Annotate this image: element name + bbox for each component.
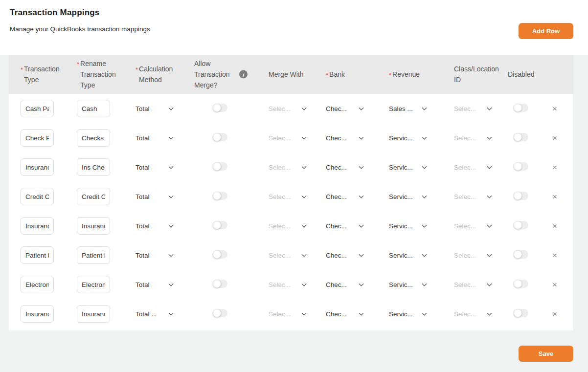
disabled-toggle[interactable] xyxy=(514,162,528,171)
class-location-select[interactable]: Selec... xyxy=(454,164,492,171)
merge-with-select[interactable]: Selec... xyxy=(269,193,307,200)
merge-with-select[interactable]: Selec... xyxy=(269,310,307,318)
remove-row-icon[interactable]: × xyxy=(552,281,557,289)
class-location-select[interactable]: Selec... xyxy=(454,222,492,230)
disabled-toggle[interactable] xyxy=(514,309,528,317)
allow-merge-toggle[interactable] xyxy=(213,309,227,317)
rename-transaction-type-input[interactable] xyxy=(77,100,110,117)
remove-row-icon[interactable]: × xyxy=(552,310,557,318)
revenue-select[interactable]: Servic... xyxy=(389,310,427,318)
revenue-select[interactable]: Servic... xyxy=(389,222,427,230)
class-location-select[interactable]: Selec... xyxy=(454,252,492,259)
disabled-cell xyxy=(508,162,548,173)
allow-merge-toggle[interactable] xyxy=(213,192,227,200)
bank-select[interactable]: Chec... xyxy=(326,134,364,142)
rename-transaction-type-input[interactable] xyxy=(77,276,110,293)
bank-select[interactable]: Chec... xyxy=(326,105,364,112)
class-location-select[interactable]: Selec... xyxy=(454,105,492,112)
remove-row-icon[interactable]: × xyxy=(552,222,557,230)
disabled-toggle[interactable] xyxy=(514,250,528,259)
disabled-toggle[interactable] xyxy=(514,104,528,112)
remove-row-icon[interactable]: × xyxy=(552,105,557,113)
transaction-type-input[interactable] xyxy=(21,246,54,264)
allow-merge-toggle[interactable] xyxy=(213,250,227,259)
class-location-select[interactable]: Selec... xyxy=(454,193,492,200)
disabled-toggle[interactable] xyxy=(514,221,528,229)
bank-select[interactable]: Chec... xyxy=(326,164,364,171)
calculation-method-select[interactable]: Total xyxy=(136,193,174,200)
revenue-cell: Servic... xyxy=(389,133,454,142)
rename-transaction-type-input[interactable] xyxy=(77,246,110,264)
transaction-type-input[interactable] xyxy=(21,276,54,293)
transaction-type-input[interactable] xyxy=(21,158,54,176)
class-location-select[interactable]: Selec... xyxy=(454,281,492,288)
calculation-method-select[interactable]: Total xyxy=(136,281,174,288)
rename-transaction-type-input[interactable] xyxy=(77,217,110,235)
rename-transaction-type-input[interactable] xyxy=(77,188,110,205)
class-location-select[interactable]: Selec... xyxy=(454,310,492,318)
toggle-knob xyxy=(514,280,522,288)
merge-with-select[interactable]: Selec... xyxy=(269,222,307,230)
rename-transaction-type-input[interactable] xyxy=(77,129,110,147)
transaction-type-cell xyxy=(21,276,77,293)
allow-merge-toggle[interactable] xyxy=(213,221,227,229)
merge-with-cell: Selec... xyxy=(269,221,326,230)
class-location-cell: Selec... xyxy=(454,251,508,260)
calculation-method-select[interactable]: Total xyxy=(136,134,174,142)
revenue-select[interactable]: Sales ... xyxy=(389,105,427,112)
column-header-transaction_type: *Transaction Type xyxy=(21,64,77,85)
disabled-toggle[interactable] xyxy=(514,280,528,288)
disabled-toggle[interactable] xyxy=(514,133,528,141)
revenue-select[interactable]: Servic... xyxy=(389,281,427,288)
remove-row-icon[interactable]: × xyxy=(552,134,557,142)
revenue-select[interactable]: Servic... xyxy=(389,252,427,259)
class-location-select[interactable]: Selec... xyxy=(454,134,492,142)
rename-transaction-type-input[interactable] xyxy=(77,158,110,176)
calculation-method-select[interactable]: Total xyxy=(136,222,174,230)
rename-transaction-type-cell xyxy=(77,217,136,235)
calculation-method-select[interactable]: Total xyxy=(136,252,174,259)
merge-with-select[interactable]: Selec... xyxy=(269,164,307,171)
merge-with-select[interactable]: Selec... xyxy=(269,105,307,112)
remove-row-icon[interactable]: × xyxy=(552,163,557,172)
remove-row-icon[interactable]: × xyxy=(552,193,557,201)
transaction-type-input[interactable] xyxy=(21,188,54,205)
bank-select[interactable]: Chec... xyxy=(326,222,364,230)
rename-transaction-type-cell xyxy=(77,188,136,205)
remove-row-icon[interactable]: × xyxy=(552,251,557,260)
allow-merge-toggle[interactable] xyxy=(213,133,227,141)
add-row-button[interactable]: Add Row xyxy=(519,23,573,39)
bank-select[interactable]: Chec... xyxy=(326,310,364,318)
disabled-toggle[interactable] xyxy=(514,192,528,200)
transaction-type-input[interactable] xyxy=(21,305,54,323)
calculation-method-select[interactable]: Total xyxy=(136,164,174,171)
revenue-select[interactable]: Servic... xyxy=(389,193,427,200)
bank-select[interactable]: Chec... xyxy=(326,193,364,200)
calculation-method-select[interactable]: Total xyxy=(136,105,174,112)
allow-merge-toggle[interactable] xyxy=(213,280,227,288)
chevron-down-icon xyxy=(422,283,427,286)
merge-with-select[interactable]: Selec... xyxy=(269,134,307,142)
table-header-row: *Transaction Type*Rename Transaction Typ… xyxy=(9,55,573,94)
remove-row-cell: × xyxy=(548,281,562,289)
bank-select[interactable]: Chec... xyxy=(326,252,364,259)
rename-transaction-type-cell xyxy=(77,305,136,323)
revenue-select[interactable]: Servic... xyxy=(389,134,427,142)
bank-select[interactable]: Chec... xyxy=(326,281,364,288)
rename-transaction-type-input[interactable] xyxy=(77,305,110,323)
transaction-type-input[interactable] xyxy=(21,217,54,235)
chevron-down-icon xyxy=(168,283,174,286)
chevron-down-icon xyxy=(487,224,492,228)
save-button[interactable]: Save xyxy=(519,346,573,362)
merge-with-select[interactable]: Selec... xyxy=(269,252,307,259)
revenue-cell: Servic... xyxy=(389,221,454,230)
calculation-method-select[interactable]: Total ... xyxy=(136,310,174,318)
info-icon[interactable]: i xyxy=(239,70,248,79)
merge-with-select[interactable]: Selec... xyxy=(269,281,307,288)
transaction-type-input[interactable] xyxy=(21,129,54,147)
allow-merge-toggle[interactable] xyxy=(213,162,227,171)
remove-row-cell: × xyxy=(548,163,562,172)
allow-merge-toggle[interactable] xyxy=(213,104,227,112)
revenue-select[interactable]: Servic... xyxy=(389,164,427,171)
transaction-type-input[interactable] xyxy=(21,100,54,117)
